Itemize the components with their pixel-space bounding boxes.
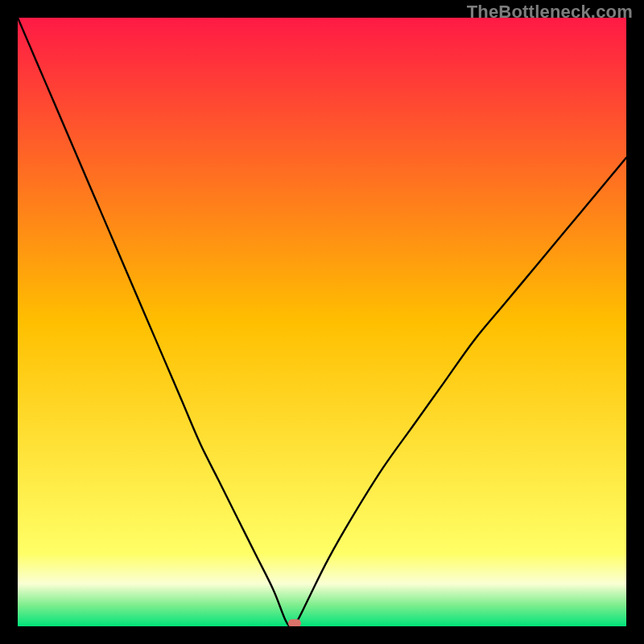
chart-frame: TheBottleneck.com (0, 0, 644, 644)
chart-background (18, 18, 626, 626)
minimum-marker (288, 619, 301, 626)
watermark-text: TheBottleneck.com (467, 2, 633, 23)
chart-plot (18, 18, 626, 626)
